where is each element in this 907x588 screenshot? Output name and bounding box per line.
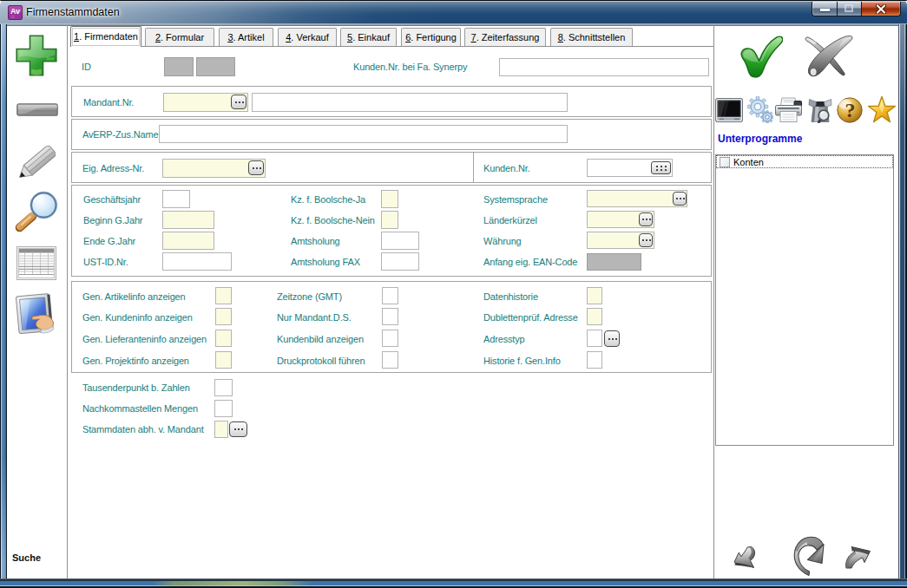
svg-text::::: ::: bbox=[11, 15, 15, 19]
svg-text:?: ? bbox=[845, 99, 856, 121]
svg-text:Av: Av bbox=[10, 7, 20, 16]
